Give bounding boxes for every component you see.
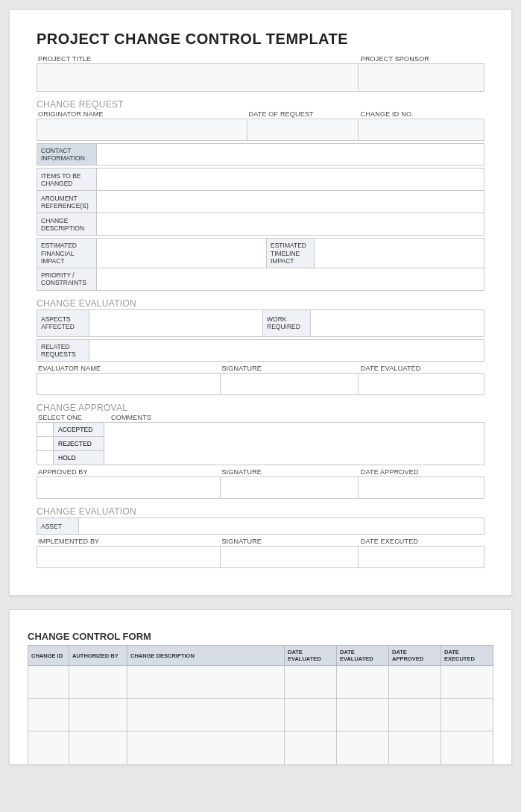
cell[interactable]: [337, 731, 389, 764]
cell[interactable]: [389, 699, 441, 731]
timeline-label: ESTIMATED TIMELINE IMPACT: [267, 239, 315, 268]
desc-field[interactable]: [97, 213, 484, 236]
date-request-field[interactable]: [247, 119, 359, 140]
changeid-field[interactable]: [359, 119, 484, 140]
evaluator-field[interactable]: [37, 374, 221, 394]
change-request-header: CHANGE REQUEST: [37, 99, 484, 110]
cell[interactable]: [69, 731, 127, 764]
request-top-row: [37, 119, 484, 141]
col-id: CHANGE ID: [28, 646, 69, 666]
title-sponsor-labels: PROJECT TITLE PROJECT SPONSOR: [37, 55, 484, 63]
cell[interactable]: [28, 699, 69, 731]
cell[interactable]: [127, 666, 285, 699]
cell[interactable]: [389, 731, 441, 764]
col-deval2: DATE EVALUATED: [337, 646, 389, 666]
comments-field[interactable]: [104, 423, 484, 465]
request-table-2: ITEMS TO BE CHANGED ARGUMENT REFERENCE(S…: [37, 168, 484, 236]
approval-table: ACCEPTED REJECTED HOLD: [37, 422, 484, 465]
evaluator-label: EVALUATOR NAME: [37, 365, 220, 373]
accepted-checkbox[interactable]: [37, 423, 54, 437]
comments-label: COMMENTS: [110, 414, 484, 422]
contact-field[interactable]: [97, 144, 484, 166]
cell[interactable]: [285, 699, 337, 731]
argument-label: ARGUMENT REFERENCE(S): [37, 191, 97, 213]
template-page-1: PROJECT CHANGE CONTROL TEMPLATE PROJECT …: [9, 9, 512, 596]
argument-field[interactable]: [97, 191, 484, 213]
request-table-3: ESTIMATED FINANCIAL IMPACT ESTIMATED TIM…: [37, 238, 484, 291]
related-label: RELATED REQUESTS: [37, 339, 89, 361]
project-sponsor-field[interactable]: [359, 64, 484, 91]
approvedby-label: APPROVED BY: [37, 468, 220, 476]
eval-date-field[interactable]: [359, 374, 484, 394]
cell[interactable]: [69, 699, 127, 731]
col-dappr: DATE APPROVED: [389, 646, 441, 666]
eval-signature-label: SIGNATURE: [220, 365, 359, 373]
cell[interactable]: [285, 731, 337, 764]
implby-label: IMPLEMENTED BY: [37, 538, 220, 546]
accepted-label: ACCEPTED: [54, 423, 104, 437]
originator-field[interactable]: [37, 119, 247, 140]
priority-label: PRIORITY / CONSTRAINTS: [37, 268, 97, 290]
eval-sig-row: [37, 373, 484, 395]
impl-sig-row: [37, 546, 484, 568]
table-row: [28, 666, 493, 699]
cell[interactable]: [441, 699, 493, 731]
items-field[interactable]: [97, 169, 484, 191]
impl-signature-field[interactable]: [221, 547, 359, 567]
cell[interactable]: [441, 731, 493, 764]
fin-label: ESTIMATED FINANCIAL IMPACT: [37, 239, 97, 268]
cell[interactable]: [28, 666, 69, 699]
project-title-field[interactable]: [37, 64, 359, 91]
select-one-label: SELECT ONE: [37, 414, 110, 422]
aspects-field[interactable]: [89, 309, 263, 336]
approvedby-field[interactable]: [37, 477, 221, 498]
col-dexec: DATE EXECUTED: [441, 646, 493, 666]
related-field[interactable]: [89, 339, 484, 361]
work-field[interactable]: [311, 309, 484, 336]
request-labels: ORIGINATOR NAME DATE OF REQUEST CHANGE I…: [37, 110, 484, 119]
changeid-label: CHANGE ID NO.: [359, 110, 484, 119]
approval-date-label: DATE APPROVED: [359, 468, 484, 476]
hold-checkbox[interactable]: [37, 451, 54, 465]
impl-table: ASSET: [37, 517, 484, 535]
title-sponsor-row: [37, 63, 484, 92]
cell[interactable]: [337, 666, 389, 699]
fin-field[interactable]: [97, 239, 267, 268]
approval-signature-label: SIGNATURE: [220, 468, 359, 476]
change-approval-header: CHANGE APPROVAL: [37, 403, 484, 413]
cell[interactable]: [69, 666, 127, 699]
cell[interactable]: [389, 666, 441, 699]
cell[interactable]: [127, 699, 285, 731]
project-sponsor-label: PROJECT SPONSOR: [359, 55, 484, 63]
approval-sig-labels: APPROVED BY SIGNATURE DATE APPROVED: [37, 468, 484, 476]
impl-signature-label: SIGNATURE: [220, 538, 359, 546]
impl-sig-labels: IMPLEMENTED BY SIGNATURE DATE EXECUTED: [37, 538, 484, 546]
approval-sig-row: [37, 476, 484, 499]
eval-signature-field[interactable]: [221, 374, 359, 394]
rejected-checkbox[interactable]: [37, 437, 54, 451]
col-deval1: DATE EVALUATED: [285, 646, 337, 666]
impl-date-field[interactable]: [359, 547, 484, 567]
asset-field[interactable]: [79, 518, 484, 535]
col-desc: CHANGE DESCRIPTION: [127, 646, 285, 666]
approval-date-field[interactable]: [359, 477, 484, 498]
change-impl-header: CHANGE EVALUATION: [37, 506, 484, 517]
implby-field[interactable]: [37, 547, 221, 567]
table-row: [28, 731, 493, 764]
originator-label: ORIGINATOR NAME: [37, 110, 247, 119]
eval-date-label: DATE EVALUATED: [359, 365, 484, 373]
items-label: ITEMS TO BE CHANGED: [37, 169, 97, 191]
cell[interactable]: [127, 731, 285, 764]
cell[interactable]: [441, 666, 493, 699]
approval-signature-field[interactable]: [221, 477, 359, 498]
cell[interactable]: [285, 666, 337, 699]
impl-date-label: DATE EXECUTED: [359, 538, 484, 546]
cell[interactable]: [337, 699, 389, 731]
desc-label: CHANGE DESCRIPTION: [37, 213, 97, 236]
project-title-label: PROJECT TITLE: [37, 55, 359, 63]
timeline-field[interactable]: [315, 239, 484, 268]
cell[interactable]: [28, 731, 69, 764]
date-request-label: DATE OF REQUEST: [247, 110, 359, 119]
eval-sig-labels: EVALUATOR NAME SIGNATURE DATE EVALUATED: [37, 365, 484, 373]
priority-field[interactable]: [97, 268, 484, 290]
